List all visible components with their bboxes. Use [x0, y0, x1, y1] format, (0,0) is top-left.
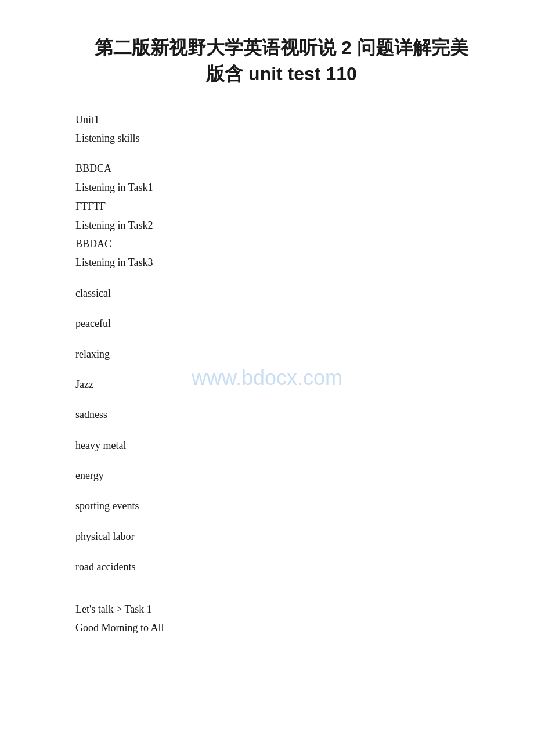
line-heavy-metal: heavy metal	[75, 436, 488, 455]
line-physical-labor: physical labor	[75, 527, 488, 546]
spacer-spacer9	[75, 485, 488, 496]
line-listening-task3-label: Listening in Task3	[75, 253, 488, 272]
spacer-spacer10	[75, 516, 488, 527]
line-listening-skills: Listening skills	[75, 129, 488, 147]
spacer-spacer6	[75, 394, 488, 405]
line-ftftf: FTFTF	[75, 197, 488, 215]
spacer-spacer4	[75, 333, 488, 345]
title-line1: 第二版新视野大学英语视听说 2 问题详解完美	[75, 35, 488, 61]
spacer-spacer1	[75, 147, 488, 159]
spacer-spacer11	[75, 546, 488, 557]
title-line2: 版含 unit test 110	[75, 61, 488, 87]
line-energy: energy	[75, 466, 488, 485]
spacer-spacer2	[75, 272, 488, 284]
line-sadness: sadness	[75, 405, 488, 424]
spacer-spacer8	[75, 455, 488, 466]
spacer-spacer13	[75, 588, 488, 600]
spacer-spacer3	[75, 303, 488, 314]
line-bbdac: BBDAC	[75, 235, 488, 253]
line-peaceful: peaceful	[75, 314, 488, 333]
line-jazz: Jazz	[75, 375, 488, 394]
line-bbdca: BBDCA	[75, 159, 488, 178]
line-classical: classical	[75, 284, 488, 303]
spacer-spacer7	[75, 424, 488, 436]
line-unit1: Unit1	[75, 110, 488, 129]
line-lets-talk: Let's talk > Task 1	[75, 600, 488, 618]
line-road-accidents: road accidents	[75, 557, 488, 576]
spacer-spacer5	[75, 363, 488, 375]
spacer-spacer12	[75, 577, 488, 588]
line-relaxing: relaxing	[75, 345, 488, 363]
line-sporting-events: sporting events	[75, 496, 488, 515]
line-listening-task2-label: Listening in Task2	[75, 216, 488, 235]
line-listening-task1-label: Listening in Task1	[75, 178, 488, 197]
page-title: 第二版新视野大学英语视听说 2 问题详解完美 版含 unit test 110	[75, 35, 488, 87]
line-good-morning: Good Morning to All	[75, 618, 488, 637]
